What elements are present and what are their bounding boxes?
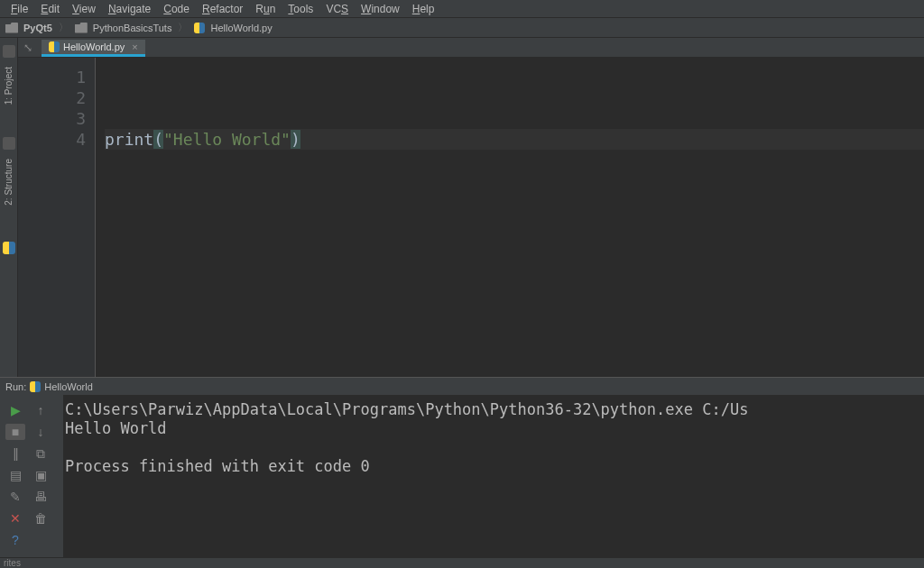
breadcrumb-project[interactable]: PyQt5	[23, 23, 52, 33]
folder-icon	[75, 23, 88, 33]
pin-icon[interactable]: ✎	[5, 489, 25, 505]
sidebar-tab-structure[interactable]: 2: Structure	[4, 155, 14, 209]
line-number: 4	[18, 129, 86, 150]
console-line: Process finished with exit code 0	[65, 457, 370, 475]
code-token-paren: (	[153, 130, 163, 149]
editor-tab[interactable]: HelloWorld.py ×	[42, 40, 145, 57]
statusbar-text: rites	[4, 558, 21, 568]
menu-navigate[interactable]: Navigate	[103, 1, 156, 17]
menubar: File Edit View Navigate Code Refactor Ru…	[0, 0, 924, 18]
code-editor[interactable]: 1 2 3 4 print("Hello World")	[18, 58, 924, 377]
menu-file[interactable]: File	[5, 1, 33, 17]
python-icon	[30, 381, 41, 392]
run-config-name: HelloWorld	[44, 381, 93, 392]
chevron-right-icon: 〉	[59, 21, 69, 34]
menu-vcs[interactable]: VCS	[320, 1, 354, 17]
breadcrumb-file[interactable]: HelloWorld.py	[210, 23, 272, 33]
menu-tools[interactable]: Tools	[282, 1, 319, 17]
line-number: 2	[18, 87, 86, 108]
help-button[interactable]: ?	[5, 532, 25, 548]
soft-wrap-icon[interactable]: ▣	[31, 467, 51, 483]
python-console-icon[interactable]	[3, 242, 15, 254]
settings-icon[interactable]: ⧉	[31, 445, 51, 462]
project-tool-icon[interactable]	[3, 45, 15, 58]
close-icon[interactable]: ×	[132, 41, 137, 52]
stop-button[interactable]: ■	[5, 424, 25, 440]
code-token-fn: print	[105, 130, 153, 149]
line-number: 1	[18, 67, 86, 87]
code-token-paren: )	[291, 130, 300, 149]
python-icon	[49, 41, 60, 52]
hide-panel-icon[interactable]: ⤡	[23, 41, 36, 54]
print-icon[interactable]: 🖶	[31, 489, 51, 505]
run-panel: ▶ ↑ ■ ↓ ‖ ⧉ ▤ ▣ ✎ 🖶 ✕ 🗑 ? C:\Users\Parwi…	[0, 395, 924, 557]
run-toolbar: ▶ ↑ ■ ↓ ‖ ⧉ ▤ ▣ ✎ 🖶 ✕ 🗑 ?	[0, 395, 63, 557]
menu-view[interactable]: View	[67, 1, 101, 17]
console-line: Hello World	[65, 419, 167, 437]
trash-icon[interactable]: 🗑	[31, 510, 51, 527]
pause-button[interactable]: ‖	[5, 445, 25, 462]
python-icon	[194, 23, 205, 33]
editor-tabbar: ⤡ HelloWorld.py ×	[18, 38, 924, 58]
rerun-button[interactable]: ▶	[5, 402, 25, 418]
folder-icon	[5, 23, 18, 33]
menu-help[interactable]: Help	[407, 1, 440, 17]
layout-icon[interactable]: ▤	[5, 467, 25, 483]
menu-refactor[interactable]: Refactor	[197, 1, 248, 17]
close-button[interactable]: ✕	[5, 510, 25, 527]
statusbar: rites	[0, 557, 924, 568]
breadcrumb: PyQt5 〉 PythonBasicsTuts 〉 HelloWorld.py	[0, 18, 924, 38]
chevron-right-icon: 〉	[178, 21, 188, 34]
code-token-string: "Hello World"	[163, 130, 291, 149]
code-area[interactable]: print("Hello World")	[95, 58, 924, 377]
run-label: Run:	[5, 381, 26, 392]
line-number: 3	[18, 108, 86, 129]
scroll-up-icon[interactable]: ↑	[31, 402, 51, 418]
run-panel-header: Run: HelloWorld	[0, 377, 924, 395]
menu-window[interactable]: Window	[356, 1, 405, 17]
tab-filename: HelloWorld.py	[63, 41, 125, 52]
menu-edit[interactable]: Edit	[35, 1, 65, 17]
gutter: 1 2 3 4	[18, 58, 95, 377]
structure-tool-icon[interactable]	[3, 137, 15, 150]
sidebar-tab-project[interactable]: 1: Project	[4, 63, 14, 108]
console-line: C:\Users\Parwiz\AppData\Local\Programs\P…	[65, 400, 748, 418]
menu-code[interactable]: Code	[158, 1, 195, 17]
tool-window-rail: 1: Project 2: Structure	[0, 38, 18, 377]
console-output[interactable]: C:\Users\Parwiz\AppData\Local\Programs\P…	[63, 395, 924, 557]
scroll-down-icon[interactable]: ↓	[31, 424, 51, 440]
breadcrumb-folder[interactable]: PythonBasicsTuts	[93, 23, 172, 33]
menu-run[interactable]: Run	[250, 1, 281, 17]
